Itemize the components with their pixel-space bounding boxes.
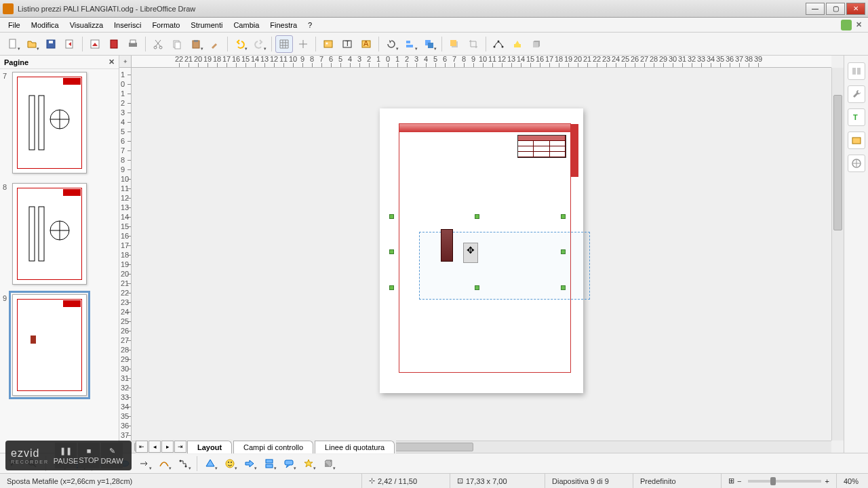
tab-layout[interactable]: Layout: [187, 441, 232, 453]
flowchart-tool[interactable]: [260, 455, 278, 472]
page-number: 9: [3, 294, 7, 302]
status-size: ⊡17,33 x 7,00: [450, 474, 545, 488]
arrange-button[interactable]: [420, 35, 438, 53]
maximize-button[interactable]: ▢: [826, 3, 845, 15]
canvas[interactable]: ✥: [132, 68, 831, 441]
svg-point-47: [185, 465, 187, 467]
redo-button[interactable]: [250, 35, 268, 53]
new-button[interactable]: [4, 35, 22, 53]
crop-button[interactable]: [465, 35, 482, 53]
shadow-button[interactable]: [446, 35, 463, 53]
curve-tool[interactable]: [155, 455, 173, 472]
styles-icon[interactable]: T: [848, 108, 865, 126]
properties-icon[interactable]: [848, 62, 865, 80]
glue-points-button[interactable]: [509, 35, 526, 53]
tab-first[interactable]: ⇤: [136, 441, 148, 453]
copy-button[interactable]: [168, 35, 186, 53]
tab-dimensions[interactable]: Linee di quotatura: [315, 441, 395, 453]
open-button[interactable]: [23, 35, 41, 53]
menu-window[interactable]: Finestra: [264, 20, 302, 30]
menu-edit[interactable]: Modifica: [26, 20, 64, 30]
insert-fontwork-button[interactable]: A: [357, 35, 375, 53]
edit-points-button[interactable]: [490, 35, 507, 53]
rotate-button[interactable]: [382, 35, 400, 53]
menu-view[interactable]: Visualizza: [64, 20, 108, 30]
svg-rect-23: [428, 43, 433, 48]
symbol-shapes-tool[interactable]: [221, 455, 239, 472]
recorder-draw-button[interactable]: ✎DRAW: [101, 443, 123, 468]
navigator-icon[interactable]: [848, 155, 865, 172]
svg-rect-52: [266, 464, 273, 468]
basic-shapes-tool[interactable]: [201, 455, 219, 472]
moving-object[interactable]: ✥: [441, 229, 478, 263]
menu-tools[interactable]: Strumenti: [185, 20, 228, 30]
horizontal-ruler[interactable]: 2221201918171615141312111098765432101234…: [132, 56, 831, 68]
svg-text:A: A: [363, 39, 369, 47]
menu-help[interactable]: ?: [302, 20, 317, 30]
fit-page-icon[interactable]: ⊞: [728, 476, 734, 485]
undo-button[interactable]: [231, 35, 249, 53]
export-pdf-button[interactable]: [86, 35, 104, 53]
menu-file[interactable]: File: [3, 20, 26, 30]
recorder-stop-button[interactable]: ■STOP: [78, 443, 100, 468]
block-arrows-tool[interactable]: [241, 455, 258, 472]
3d-objects-tool[interactable]: [319, 455, 337, 472]
export-button[interactable]: [61, 35, 79, 53]
tab-prev[interactable]: ◂: [149, 441, 161, 453]
close-document-button[interactable]: ✕: [856, 20, 865, 30]
recorder-logo: ezvid RECORDER: [5, 447, 54, 464]
page-thumbnail-8[interactable]: [12, 183, 87, 285]
tab-last[interactable]: ⇥: [174, 441, 186, 453]
svg-rect-7: [130, 40, 136, 43]
menu-modify[interactable]: Cambia: [228, 20, 264, 30]
paste-button[interactable]: [187, 35, 205, 53]
extrusion-button[interactable]: [528, 35, 545, 53]
menu-insert[interactable]: Inserisci: [108, 20, 146, 30]
menu-format[interactable]: Formato: [146, 20, 185, 30]
vertical-scrollbar[interactable]: [831, 68, 844, 441]
svg-point-49: [228, 462, 229, 463]
snap-lines-button[interactable]: [294, 35, 312, 53]
close-button[interactable]: ✕: [846, 3, 865, 15]
svg-rect-11: [175, 42, 180, 49]
insert-textbox-button[interactable]: T: [338, 35, 356, 53]
status-slide: Diapositiva 9 di 9: [545, 474, 633, 488]
print-button[interactable]: [124, 35, 142, 53]
svg-point-46: [180, 460, 182, 462]
standard-toolbar: T A: [0, 33, 868, 56]
cut-button[interactable]: [149, 35, 167, 53]
callouts-tool[interactable]: [280, 455, 298, 472]
vertical-ruler[interactable]: 1012345678910111213141516171819202122232…: [119, 68, 132, 441]
connector-tool[interactable]: [175, 455, 193, 472]
page-thumbnail-9[interactable]: [12, 294, 87, 396]
svg-rect-40: [852, 138, 861, 144]
insert-image-button[interactable]: [319, 35, 337, 53]
svg-rect-25: [450, 40, 456, 46]
recorder-pause-button[interactable]: ❚❚PAUSE: [55, 443, 77, 468]
stars-tool[interactable]: [300, 455, 317, 472]
tab-controls[interactable]: Campi di controllo: [233, 441, 313, 453]
minimize-button[interactable]: —: [806, 3, 825, 15]
status-style[interactable]: Predefinito: [633, 474, 722, 488]
print-preview-button[interactable]: [105, 35, 123, 53]
move-cursor-icon: ✥: [467, 245, 475, 256]
svg-text:T: T: [345, 39, 350, 47]
pages-thumbnails[interactable]: 7 8 9: [0, 69, 119, 453]
grid-button[interactable]: [275, 35, 293, 53]
arrow-tool[interactable]: [136, 455, 153, 472]
format-paintbrush-button[interactable]: [206, 35, 224, 53]
gallery-icon[interactable]: [848, 131, 865, 149]
align-button[interactable]: [401, 35, 419, 53]
zoom-controls[interactable]: ⊞ − +: [722, 474, 837, 488]
save-button[interactable]: [42, 35, 60, 53]
update-icon[interactable]: [841, 20, 852, 30]
pages-panel-close[interactable]: ✕: [108, 58, 115, 66]
zoom-percent[interactable]: 40%: [837, 474, 868, 488]
ruler-corner[interactable]: ✦: [119, 56, 132, 68]
workspace: ✦ 22212019181716151413121110987654321012…: [119, 56, 844, 453]
svg-rect-34: [29, 207, 35, 261]
wrench-icon[interactable]: [848, 85, 865, 103]
page-thumbnail-7[interactable]: [12, 72, 87, 174]
tab-next[interactable]: ▸: [161, 441, 174, 453]
zoom-slider[interactable]: [748, 480, 821, 483]
